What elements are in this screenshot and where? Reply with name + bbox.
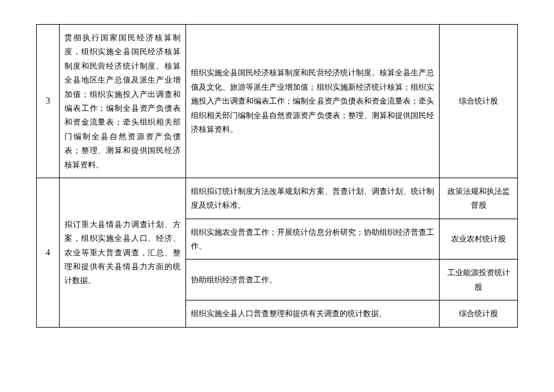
row-detail: 组织实施农业普查工作；开展统计信息分析研究；协助组织经济普查工作。 xyxy=(186,219,440,260)
row-department: 政策法规和执法监督股 xyxy=(440,178,518,219)
row-department: 工业能源投资统计股 xyxy=(440,260,518,300)
table-row: 4 拟订重大县情县力调查计划、方案，组织实施全县人口、经济、农业等重大普查调查，… xyxy=(37,178,518,219)
row-detail: 组织实施全县国民经济核算制度和民营经济统计制度。核算全县生产总值及文化、旅游等派… xyxy=(186,25,440,178)
row-department: 综合统计股 xyxy=(440,25,518,178)
row-detail: 组织实施全县人口普查整理和提供有关调查的统计数据。 xyxy=(186,300,440,327)
row-number: 4 xyxy=(37,178,60,327)
responsibility-table: 3 贯彻执行国家国民经济核算制度，组织实施全县国民经济核算制度和民营经济统计制度… xyxy=(36,24,518,328)
row-detail: 协助组织经济普查工作。 xyxy=(186,260,440,300)
row-description: 贯彻执行国家国民经济核算制度，组织实施全县国民经济核算制度和民营经济统计制度。核… xyxy=(60,25,186,178)
row-department: 农业农村统计股 xyxy=(440,219,518,260)
row-department: 综合统计股 xyxy=(440,300,518,327)
row-description: 拟订重大县情县力调查计划、方案，组织实施全县人口、经济、农业等重大普查调查，汇总… xyxy=(60,178,186,327)
row-number: 3 xyxy=(37,25,60,178)
table-row: 3 贯彻执行国家国民经济核算制度，组织实施全县国民经济核算制度和民营经济统计制度… xyxy=(37,25,518,178)
row-detail: 组织拟订统计制度方法改革规划和方案、普查计划、调查计划、统计制度及统计标准。 xyxy=(186,178,440,219)
